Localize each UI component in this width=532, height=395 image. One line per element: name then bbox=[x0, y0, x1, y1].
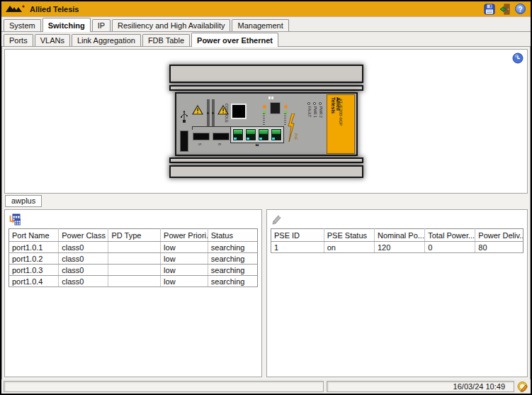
warning-triangle-icon bbox=[192, 105, 203, 115]
save-icon[interactable] bbox=[483, 4, 495, 15]
cell: port1.0.4 bbox=[9, 276, 59, 287]
tab-ports[interactable]: Ports bbox=[4, 34, 33, 46]
cell: class0 bbox=[59, 253, 108, 265]
cell: searching bbox=[208, 265, 257, 276]
cell: low bbox=[161, 253, 208, 265]
poe-label: PoE bbox=[294, 133, 298, 140]
cell: 0 bbox=[425, 242, 475, 253]
app-window: Allied Telesis ? System bbox=[0, 0, 532, 395]
logout-door-icon[interactable] bbox=[499, 4, 511, 15]
window-title: Allied Telesis bbox=[30, 5, 79, 13]
column-header[interactable]: PD Type bbox=[108, 229, 161, 242]
device-front-panel: CONSOLE SFP 5 6 4 bbox=[175, 92, 358, 156]
secondary-tabbar: Ports VLANs Link Aggregation FDB Table P… bbox=[1, 32, 531, 47]
device-top-din-rail bbox=[169, 65, 363, 83]
console-port bbox=[231, 104, 247, 119]
column-header[interactable]: Port Name bbox=[9, 229, 59, 242]
cell: port1.0.3 bbox=[9, 265, 59, 276]
cell: 120 bbox=[374, 242, 424, 253]
poe-port-panel: Port Name Power Class PD Type Power Prio… bbox=[4, 209, 262, 377]
cell: port1.0.2 bbox=[9, 253, 59, 265]
cell: 80 bbox=[475, 242, 523, 253]
sfp-slot bbox=[213, 133, 230, 140]
column-header[interactable]: Status bbox=[208, 229, 257, 242]
copy-table-icon[interactable] bbox=[9, 213, 21, 226]
device-panel: CONSOLE SFP 5 6 4 bbox=[4, 49, 528, 194]
tab-awplus[interactable]: awplus bbox=[5, 195, 42, 207]
panel-text-marks bbox=[284, 113, 286, 125]
cell: class0 bbox=[59, 242, 108, 253]
table-row[interactable]: port1.0.2 class0 low searching bbox=[9, 253, 258, 265]
device-model-text: AT-IE200-6GP bbox=[339, 99, 343, 126]
help-icon[interactable]: ? bbox=[514, 4, 526, 15]
tab-resiliency[interactable]: Resiliency and High Availability bbox=[112, 19, 230, 31]
led-indicator bbox=[284, 105, 288, 109]
stack-tabbar: awplus bbox=[4, 194, 528, 208]
cell: searching bbox=[208, 242, 257, 253]
usb-port bbox=[180, 130, 188, 152]
tab-management[interactable]: Management bbox=[232, 19, 288, 31]
column-header[interactable]: Nominal Po... bbox=[374, 229, 424, 242]
pse-table: PSE ID PSE Status Nominal Po... Total Po… bbox=[271, 228, 523, 253]
tab-fdb-table[interactable]: FDB Table bbox=[142, 34, 190, 46]
edit-pencil-icon[interactable] bbox=[271, 213, 283, 226]
table-row[interactable]: port1.0.4 class0 low searching bbox=[9, 276, 258, 287]
cell bbox=[108, 276, 161, 287]
help-glyph: ? bbox=[515, 4, 526, 14]
column-header[interactable]: Power Priori... bbox=[161, 229, 208, 242]
cell: port1.0.1 bbox=[9, 242, 59, 253]
status-message-box bbox=[4, 381, 324, 392]
allied-telesis-logo-icon bbox=[6, 4, 26, 13]
cell: searching bbox=[208, 276, 257, 287]
column-header[interactable]: PSE Status bbox=[324, 229, 374, 242]
switch-device-image: CONSOLE SFP 5 6 4 bbox=[169, 65, 363, 178]
ethernet-port bbox=[245, 128, 256, 141]
tab-power-over-ethernet[interactable]: Power over Ethernet bbox=[191, 33, 278, 47]
device-bottom-strip bbox=[169, 157, 363, 163]
column-header[interactable]: Power Class bbox=[59, 229, 108, 242]
table-row[interactable]: port1.0.3 class0 low searching bbox=[9, 265, 258, 276]
led-indicator bbox=[263, 105, 266, 109]
ethernet-port bbox=[232, 128, 244, 141]
titlebar: Allied Telesis ? bbox=[1, 1, 531, 17]
mgmt-port bbox=[270, 102, 281, 114]
status-leds: FAULT PWR 1 PWR 2 bbox=[307, 102, 322, 118]
poe-port-table: Port Name Power Class PD Type Power Prio… bbox=[9, 228, 258, 287]
tab-ip[interactable]: IP bbox=[92, 19, 111, 31]
table-header-row: Port Name Power Class PD Type Power Prio… bbox=[9, 229, 258, 242]
tab-system[interactable]: System bbox=[4, 19, 41, 31]
clock-icon[interactable] bbox=[512, 52, 523, 64]
column-header[interactable]: PSE ID bbox=[271, 229, 324, 242]
cell: 1 bbox=[271, 242, 324, 253]
table-row[interactable]: 1 on 120 0 80 bbox=[271, 242, 523, 253]
tab-link-aggregation[interactable]: Link Aggregation bbox=[72, 34, 141, 46]
console-label: CONSOLE bbox=[225, 104, 229, 123]
led-strip bbox=[207, 99, 210, 126]
edit-datetime-icon[interactable] bbox=[517, 381, 528, 392]
table-panels: Port Name Power Class PD Type Power Prio… bbox=[4, 209, 528, 377]
cell: searching bbox=[208, 253, 257, 265]
table-header-row: PSE ID PSE Status Nominal Po... Total Po… bbox=[271, 229, 523, 242]
cell bbox=[108, 242, 161, 253]
column-header[interactable]: Total Power... bbox=[425, 229, 475, 242]
tab-vlans[interactable]: VLANs bbox=[35, 34, 70, 46]
ethernet-port bbox=[271, 128, 282, 141]
tab-switching[interactable]: Switching bbox=[43, 18, 91, 32]
cell: low bbox=[161, 276, 208, 287]
primary-tabbar: System Switching IP Resiliency and High … bbox=[1, 17, 531, 32]
cell bbox=[108, 253, 161, 265]
ethernet-port bbox=[258, 128, 269, 141]
led-strip bbox=[212, 99, 215, 126]
device-brand-label: Allied Telesis AT-IE200-6GP bbox=[327, 94, 355, 154]
column-header[interactable]: Power Deliv... bbox=[475, 229, 523, 242]
sfp-slot bbox=[193, 133, 210, 140]
ethernet-ports bbox=[230, 126, 284, 143]
cell: low bbox=[161, 242, 208, 253]
statusbar: 16/03/24 10:49 bbox=[1, 379, 531, 394]
pwr1-led: PWR 1 bbox=[313, 102, 317, 118]
cell: class0 bbox=[59, 265, 108, 276]
table-row[interactable]: port1.0.1 class0 low searching bbox=[9, 242, 258, 253]
sfp-port-number: 5 bbox=[198, 143, 201, 145]
sfp-bracket bbox=[192, 126, 232, 130]
datetime-box: 16/03/24 10:49 bbox=[327, 381, 514, 392]
